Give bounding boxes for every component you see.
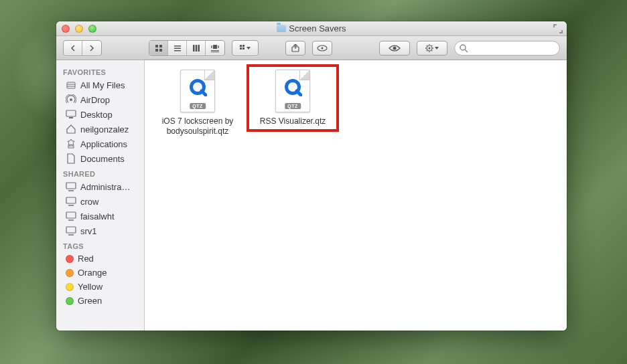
sidebar-item-airdrop[interactable]: AirDrop [56,92,144,107]
forward-button[interactable] [82,41,101,56]
computer-icon [66,225,76,236]
sidebar-item-label: All My Files [80,80,125,90]
sidebar-item-tag-orange[interactable]: Orange [56,266,144,280]
sidebar-item-documents[interactable]: Documents [56,151,144,166]
sidebar-item-tag-red[interactable]: Red [56,252,144,266]
search-icon [459,43,468,53]
svg-rect-33 [68,146,74,148]
window-controls [62,25,96,33]
svg-rect-1 [159,45,162,48]
file-name-label: RSS Visualizer.qtz [260,116,326,126]
file-grid[interactable]: QTZ iOS 7 lockscreen by bodysoulspirit.q… [145,60,567,331]
svg-rect-8 [195,45,197,52]
back-button[interactable] [64,41,82,56]
svg-rect-11 [211,46,212,48]
sidebar-item-applications[interactable]: Applications [56,136,144,151]
list-view-button[interactable] [168,41,187,56]
share-button[interactable] [285,41,305,56]
sidebar-item-label: Applications [80,139,127,149]
svg-rect-13 [211,50,219,51]
arrange-button[interactable] [232,41,258,56]
title-text: Screen Savers [289,23,346,33]
sidebar-item-all-my-files[interactable]: All My Files [56,78,144,92]
arrange-button-group [232,40,259,56]
home-icon [66,124,76,134]
sidebar-item-label: Administra… [80,182,130,192]
desktop-icon [66,109,76,120]
tag-dot-icon [66,255,74,263]
quicklook-button[interactable] [379,41,410,56]
column-view-button[interactable] [187,41,206,56]
sidebar: Favorites All My Files AirDrop Desktop n… [56,60,145,331]
tag-dot-icon [66,283,74,291]
svg-rect-12 [218,46,219,48]
svg-point-24 [429,47,431,49]
sidebar-item-shared-1[interactable]: crow [56,194,144,209]
close-button[interactable] [62,25,70,33]
quicktime-icon [188,78,207,96]
sidebar-item-label: Green [78,296,102,306]
search-field[interactable] [454,41,560,56]
sidebar-item-label: crow [80,197,98,207]
sidebar-item-desktop[interactable]: Desktop [56,107,144,122]
svg-rect-17 [240,48,242,50]
zoom-button[interactable] [88,25,96,33]
tag-dot-icon [66,297,74,305]
sidebar-header-tags: Tags [56,238,144,252]
applications-icon [66,139,76,149]
action-button[interactable] [417,41,447,56]
search-field-container [454,41,560,56]
window-title: Screen Savers [56,23,567,33]
svg-point-25 [460,45,466,50]
coverflow-view-button[interactable] [206,41,224,56]
sidebar-item-tag-yellow[interactable]: Yellow [56,280,144,294]
sidebar-item-shared-0[interactable]: Administra… [56,179,144,194]
svg-point-22 [393,46,397,50]
sidebar-item-home[interactable]: neilgonzalez [56,122,144,136]
svg-rect-38 [66,212,76,218]
svg-rect-27 [67,82,75,88]
svg-rect-4 [174,46,181,47]
file-badge: QTZ [190,103,206,109]
airdrop-icon [66,94,76,105]
svg-rect-14 [211,52,219,52]
svg-rect-3 [159,49,162,52]
sidebar-item-label: srv1 [80,226,97,236]
finder-window: Screen Savers [56,21,567,331]
sidebar-item-label: Yellow [78,282,102,292]
tags-button[interactable] [312,41,332,56]
file-item[interactable]: QTZ iOS 7 lockscreen by bodysoulspirit.q… [153,66,242,141]
sidebar-item-label: faisalwht [80,211,115,221]
minimize-button[interactable] [75,25,83,33]
fullscreen-icon[interactable] [553,24,563,33]
sidebar-item-label: Desktop [80,110,113,120]
sidebar-item-tag-green[interactable]: Green [56,294,144,308]
icon-view-button[interactable] [149,41,168,56]
sidebar-item-shared-3[interactable]: srv1 [56,223,144,238]
svg-rect-7 [193,45,195,52]
documents-icon [66,153,76,164]
svg-rect-16 [242,45,245,47]
all-my-files-icon [66,80,76,90]
sidebar-item-shared-2[interactable]: faisalwht [56,209,144,223]
folder-icon [277,25,286,32]
titlebar[interactable]: Screen Savers [56,21,567,36]
view-mode-buttons [149,40,225,56]
tag-dot-icon [66,269,74,277]
quicktime-icon [283,78,302,96]
svg-rect-18 [242,48,245,50]
qtz-file-icon: QTZ [180,70,215,112]
sidebar-header-favorites: Favorites [56,64,144,78]
file-name-label: iOS 7 lockscreen by bodysoulspirit.qtz [154,116,241,136]
sidebar-item-label: neilgonzalez [80,124,129,134]
window-body: Favorites All My Files AirDrop Desktop n… [56,60,567,331]
sidebar-item-label: AirDrop [80,95,110,105]
svg-rect-32 [69,117,73,118]
svg-rect-9 [198,45,200,52]
computer-icon [66,181,76,192]
search-input[interactable] [471,43,554,53]
file-item[interactable]: QTZ RSS Visualizer.qtz [248,66,338,130]
sidebar-item-label: Documents [80,154,125,164]
sidebar-item-label: Orange [78,268,107,278]
svg-rect-40 [66,227,76,233]
